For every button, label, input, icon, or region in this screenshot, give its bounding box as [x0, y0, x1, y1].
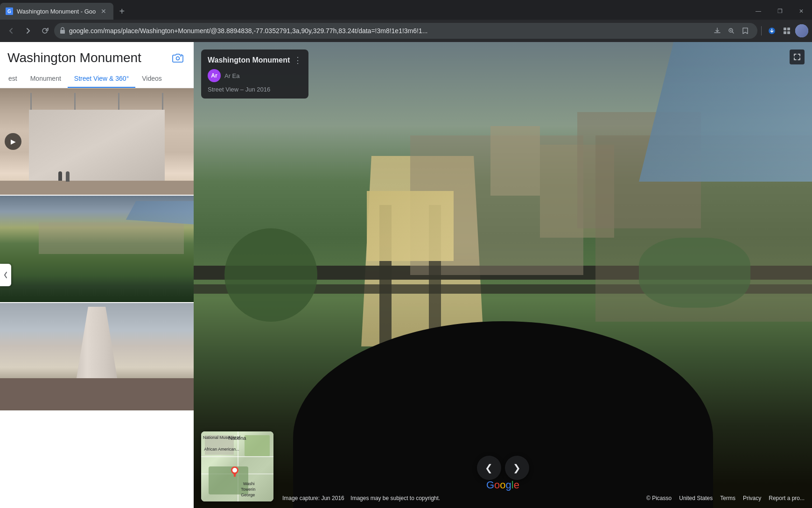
info-card-contributor: Ar Ar Ea [208, 69, 302, 82]
photo-grid: ▶ [0, 88, 194, 508]
tab-est[interactable]: est [2, 70, 24, 88]
tab-title: Washington Monument - Goo [17, 8, 96, 15]
camera-button[interactable] [169, 49, 186, 66]
main-content: Washington Monument est Monument Street … [0, 42, 812, 508]
download-page-button[interactable] [711, 24, 724, 37]
minimap-green2 [245, 435, 270, 456]
tab-close-button[interactable]: ✕ [99, 7, 108, 15]
active-tab[interactable]: G Washington Monument - Goo ✕ [0, 3, 113, 20]
download-icon[interactable] [765, 24, 778, 37]
minimap-content: Nationa National Museum of African Ameri… [201, 431, 273, 501]
google-logo-o1: o [494, 479, 500, 491]
prev-arrow-button[interactable]: ❮ [477, 456, 501, 480]
window-minimize-button[interactable]: — [748, 4, 769, 19]
tab-monument[interactable]: Monument [24, 70, 68, 88]
sidebar: Washington Monument est Monument Street … [0, 42, 194, 508]
google-logo-e: e [514, 479, 519, 491]
photo-play-button-1[interactable]: ▶ [5, 133, 21, 150]
forward-button[interactable] [21, 23, 35, 38]
info-card-header: Washington Monument ⋮ [208, 55, 302, 65]
photo-item-1[interactable]: ▶ [0, 88, 194, 196]
minimap-road-h [201, 456, 273, 457]
new-tab-button[interactable]: + [115, 5, 128, 18]
picasso-link[interactable]: © Picasso [646, 495, 672, 501]
profile-button[interactable] [795, 24, 808, 37]
window-close-button[interactable]: ✕ [791, 4, 812, 19]
contributor-name: Ar Ea [224, 72, 240, 79]
image-capture-text: Image capture: Jun 2016 Images may be su… [282, 495, 440, 501]
svg-rect-2 [60, 30, 65, 34]
minimap-museum-label1: National Museum of [203, 435, 240, 440]
browser-controls: google.com/maps/place/Washington+Monumen… [0, 20, 812, 42]
svg-rect-6 [787, 28, 790, 30]
info-card-subtitle: Street View – Jun 2016 [208, 86, 302, 93]
minimap-museum-label2: African American... [204, 447, 239, 452]
united-states-link[interactable]: United States [679, 495, 713, 501]
url-text: google.com/maps/place/Washington+Monumen… [69, 27, 707, 35]
photo-item-2[interactable] [0, 196, 194, 303]
google-logo-g2: g [506, 479, 511, 491]
sidebar-tabs: est Monument Street View & 360° Videos [0, 70, 194, 88]
address-actions [711, 24, 752, 37]
aerial-view [194, 42, 812, 508]
info-card-menu-button[interactable]: ⋮ [294, 55, 302, 65]
extensions-button[interactable] [780, 24, 793, 37]
tab-bar: G Washington Monument - Goo ✕ + — ❐ ✕ [0, 0, 812, 20]
google-logo: Google [486, 479, 519, 491]
google-logo-g: G [486, 479, 494, 491]
report-link[interactable]: Report a pro... [769, 495, 805, 501]
tab-street-view[interactable]: Street View & 360° [68, 70, 135, 88]
zoom-button[interactable] [725, 24, 738, 37]
next-arrow-button[interactable]: ❯ [505, 456, 529, 480]
tab-favicon: G [6, 7, 13, 15]
expand-button[interactable] [790, 49, 805, 64]
minimap-marker [230, 466, 239, 480]
bottom-bar: © Picasso United States Terms Privacy Re… [646, 495, 805, 501]
nav-arrows: ❮ ❯ [477, 456, 529, 480]
svg-rect-7 [784, 31, 786, 34]
svg-rect-5 [784, 28, 786, 30]
browser-chrome: G Washington Monument - Goo ✕ + — ❐ ✕ go… [0, 0, 812, 42]
divider [761, 26, 762, 35]
terms-link[interactable]: Terms [720, 495, 735, 501]
river [639, 42, 812, 182]
address-bar[interactable]: google.com/maps/place/Washington+Monumen… [54, 23, 757, 39]
info-card-title: Washington Monument [208, 56, 290, 64]
page-title: Washington Monument [7, 50, 141, 65]
toggle-sidebar-button[interactable] [0, 264, 11, 286]
window-controls: — ❐ ✕ [748, 4, 812, 19]
photo-item-3[interactable] [0, 303, 194, 410]
sidebar-header: Washington Monument [0, 42, 194, 66]
info-card: Washington Monument ⋮ Ar Ar Ea Street Vi… [201, 49, 308, 99]
minimap-marker-text3: George [241, 493, 255, 497]
tab-videos[interactable]: Videos [135, 70, 168, 88]
svg-rect-8 [787, 31, 790, 34]
minimap-marker-text1: Washi [243, 481, 255, 486]
bookmark-button[interactable] [739, 24, 752, 37]
browser-extra-icons [759, 24, 808, 37]
svg-text:G: G [7, 9, 11, 14]
minimap-marker-text2: Towerin [241, 487, 255, 492]
window-restore-button[interactable]: ❐ [769, 4, 791, 19]
back-button[interactable] [4, 23, 19, 38]
reload-button[interactable] [37, 23, 52, 38]
lock-icon [60, 27, 65, 35]
profile-image [795, 24, 808, 37]
contributor-avatar: Ar [208, 69, 221, 82]
minimap[interactable]: Nationa National Museum of African Ameri… [201, 431, 273, 501]
google-logo-o2: o [500, 479, 505, 491]
svg-point-9 [176, 57, 180, 60]
street-view-panel[interactable]: Washington Monument ⋮ Ar Ar Ea Street Vi… [194, 42, 812, 508]
privacy-link[interactable]: Privacy [743, 495, 761, 501]
